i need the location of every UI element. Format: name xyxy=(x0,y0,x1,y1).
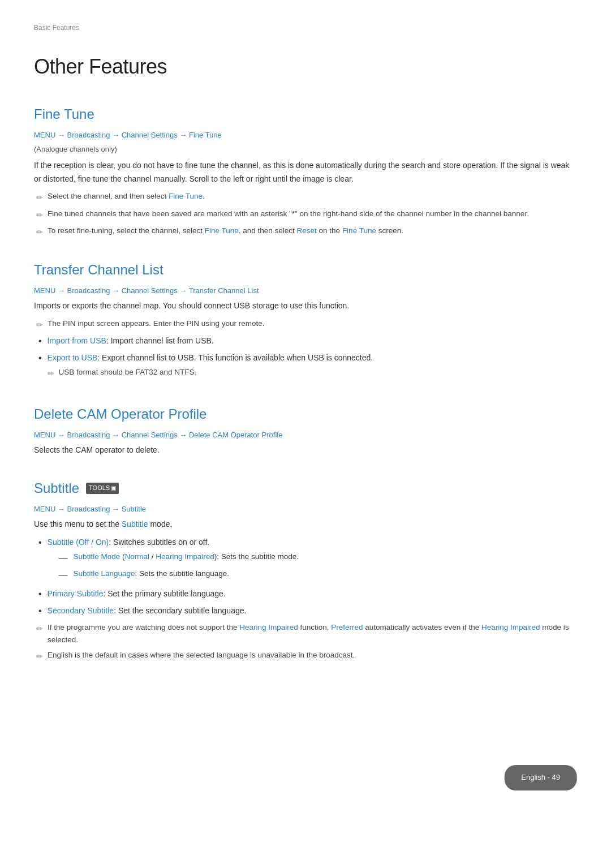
subtitle-description: Use this menu to set the Subtitle mode. xyxy=(34,518,577,531)
pencil-icon: ✏ xyxy=(36,226,43,238)
menu-path-delete-cam: MENU → Broadcasting → Channel Settings →… xyxy=(34,429,577,441)
badge-icon: ▣ xyxy=(111,484,116,493)
breadcrumb: Basic Features xyxy=(34,23,577,33)
list-item-import-usb: Import from USB: Import channel list fro… xyxy=(38,334,577,348)
pencil-icon: ✏ xyxy=(36,650,43,663)
subtitle-bullet-list: Subtitle (Off / On): Switches subtitles … xyxy=(38,536,577,618)
usb-format-note: ✏ USB format should be FAT32 and NTFS. xyxy=(48,366,373,380)
section-title-subtitle: Subtitle TOOLS ▣ xyxy=(34,478,577,499)
delete-cam-description: Selects the CAM operator to delete. xyxy=(34,444,577,457)
fine-tune-note-1: ✏ Select the channel, and then select Fi… xyxy=(34,190,577,204)
list-item-subtitle-on-off: Subtitle (Off / On): Switches subtitles … xyxy=(38,536,577,585)
transfer-channel-bullet-list: Import from USB: Import channel list fro… xyxy=(38,334,577,383)
list-item-subtitle-language: Subtitle Language: Sets the subtitle lan… xyxy=(59,568,299,582)
section-title-delete-cam: Delete CAM Operator Profile xyxy=(34,403,577,425)
list-item-export-usb: Export to USB: Export channel list to US… xyxy=(38,351,577,383)
subtitle-pencil-note-1: ✏ If the programme you are watching does… xyxy=(34,621,577,646)
fine-tune-note-3: ✏ To reset fine-tuning, select the chann… xyxy=(34,225,577,238)
transfer-channel-pin-note: ✏ The PIN input screen appears. Enter th… xyxy=(34,317,577,331)
tools-badge: TOOLS ▣ xyxy=(86,483,119,494)
pencil-icon: ✏ xyxy=(36,191,43,204)
menu-path-subtitle: MENU → Broadcasting → Subtitle xyxy=(34,504,577,515)
fine-tune-subtitle: (Analogue channels only) xyxy=(34,144,577,156)
list-item-subtitle-mode: Subtitle Mode (Normal / Hearing Impaired… xyxy=(59,551,299,565)
subtitle-pencil-note-2: ✏ English is the default in cases where … xyxy=(34,649,577,663)
page-title: Other Features xyxy=(34,50,577,83)
section-title-transfer-channel-list: Transfer Channel List xyxy=(34,259,577,281)
footer: English - 49 xyxy=(504,765,577,790)
pencil-icon: ✏ xyxy=(36,209,43,221)
fine-tune-description: If the reception is clear, you do not ha… xyxy=(34,159,577,186)
section-title-fine-tune: Fine Tune xyxy=(34,104,577,125)
pencil-icon: ✏ xyxy=(36,319,43,331)
fine-tune-note-2: ✏ Fine tuned channels that have been sav… xyxy=(34,208,577,221)
menu-path-transfer-channel-list: MENU → Broadcasting → Channel Settings →… xyxy=(34,285,577,297)
list-item-secondary-subtitle: Secondary Subtitle: Set the secondary su… xyxy=(38,604,577,618)
subtitle-sub-list: Subtitle Mode (Normal / Hearing Impaired… xyxy=(59,551,299,582)
transfer-channel-description: Imports or exports the channel map. You … xyxy=(34,299,577,313)
pencil-icon: ✏ xyxy=(48,367,54,380)
menu-path-fine-tune: MENU → Broadcasting → Channel Settings →… xyxy=(34,130,577,141)
list-item-primary-subtitle: Primary Subtitle: Set the primary subtit… xyxy=(38,587,577,601)
pencil-icon: ✏ xyxy=(36,622,43,635)
